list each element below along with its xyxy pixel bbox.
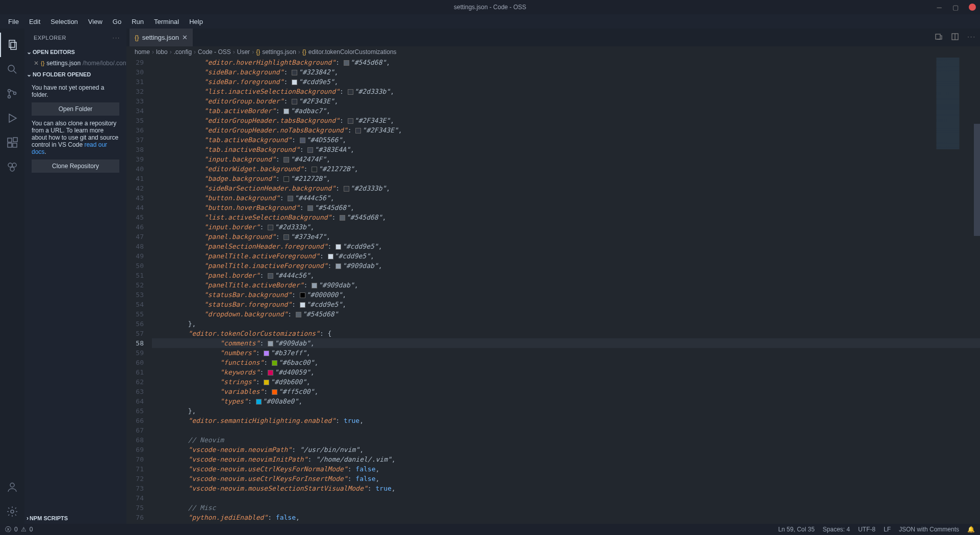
- code-line[interactable]: "list.inactiveSelectionBackground": "#2d…: [152, 87, 980, 96]
- clone-repository-button[interactable]: Clone Repository: [32, 159, 119, 173]
- code-line[interactable]: "tab.inactiveBackground": "#383E4A",: [152, 145, 980, 154]
- code-line[interactable]: "tab.activeBorder": "#adbac7",: [152, 106, 980, 116]
- code-line[interactable]: "tab.activeBackground": "#4D5566",: [152, 135, 980, 145]
- close-editor-icon[interactable]: ✕: [34, 60, 39, 67]
- extensions-icon[interactable]: [0, 130, 24, 155]
- menu-selection[interactable]: Selection: [45, 16, 83, 28]
- code-line[interactable]: "vscode-neovim.neovimInitPath": "/home/d…: [152, 454, 980, 464]
- accounts-icon[interactable]: [0, 475, 24, 499]
- code-line[interactable]: "input.border": "#2d333b",: [152, 222, 980, 232]
- code-line[interactable]: "editor.hoverHighlightBackground": "#545…: [152, 58, 980, 67]
- editor-body[interactable]: 2930313233343536373839404142434445464748…: [126, 58, 980, 524]
- code-line[interactable]: "keywords": "#d40059",: [152, 367, 980, 377]
- breadcrumb-segment[interactable]: home: [135, 48, 150, 56]
- menu-edit[interactable]: Edit: [24, 16, 45, 28]
- breadcrumb-segment[interactable]: editor.tokenColorCustomizations: [308, 48, 397, 56]
- maximize-icon[interactable]: ▢: [952, 4, 959, 10]
- code-line[interactable]: "panelTitle.activeBorder": "#909dab",: [152, 280, 980, 290]
- code-line[interactable]: "numbers": "#b37eff",: [152, 348, 980, 358]
- open-editor-item[interactable]: ✕ {} settings.json /home/lobo/.config/Co…: [24, 58, 126, 69]
- code-line[interactable]: "editorWidget.background": "#21272B",: [152, 164, 980, 174]
- breadcrumb-segment[interactable]: User: [237, 48, 250, 56]
- code-line[interactable]: "panelTitle.inactiveForeground": "#909da…: [152, 261, 980, 271]
- code-line[interactable]: "vscode-neovim.mouseSelectionStartVisual…: [152, 484, 980, 493]
- minimize-icon[interactable]: ─: [936, 4, 942, 10]
- more-icon[interactable]: ···: [113, 35, 120, 41]
- code-area[interactable]: "editor.hoverHighlightBackground": "#545…: [152, 58, 980, 524]
- code-line[interactable]: "editorGroupHeader.tabsBackground": "#2F…: [152, 116, 980, 125]
- code-line[interactable]: "editorGroupHeader.noTabsBackground": "#…: [152, 125, 980, 135]
- code-line[interactable]: "input.background": "#42474F",: [152, 154, 980, 164]
- vertical-scrollbar[interactable]: [974, 124, 980, 236]
- menu-terminal[interactable]: Terminal: [149, 16, 184, 28]
- npm-scripts-header[interactable]: › NPM SCRIPTS: [24, 513, 126, 524]
- code-line[interactable]: "panelTitle.activeForeground": "#cdd9e5"…: [152, 251, 980, 261]
- errors-icon[interactable]: ⓧ: [5, 525, 11, 534]
- eol[interactable]: LF: [884, 526, 891, 533]
- code-line[interactable]: "comments": "#909dab",: [152, 338, 980, 348]
- close-icon[interactable]: [969, 4, 976, 11]
- menu-run[interactable]: Run: [126, 16, 149, 28]
- menu-file[interactable]: File: [3, 16, 24, 28]
- explorer-icon[interactable]: [0, 33, 24, 57]
- more-actions-icon[interactable]: ···: [967, 33, 976, 42]
- menu-go[interactable]: Go: [108, 16, 126, 28]
- code-line[interactable]: "sideBar.foreground": "#cdd9e5",: [152, 77, 980, 87]
- errors-count[interactable]: 0: [14, 526, 18, 533]
- code-line[interactable]: "panelSectionHeader.foreground": "#cdd9e…: [152, 242, 980, 251]
- open-folder-button[interactable]: Open Folder: [32, 102, 119, 116]
- code-line[interactable]: "panel.background": "#373e47",: [152, 232, 980, 242]
- code-line[interactable]: "statusBar.foreground": "#cdd9e5",: [152, 300, 980, 309]
- code-line[interactable]: "panel.border": "#444c56",: [152, 271, 980, 280]
- minimap[interactable]: [927, 58, 973, 149]
- bell-icon[interactable]: 🔔: [967, 526, 975, 533]
- code-line[interactable]: [152, 493, 980, 503]
- search-icon[interactable]: [0, 57, 24, 82]
- no-folder-header[interactable]: ⌄ NO FOLDER OPENED: [24, 69, 126, 80]
- code-line[interactable]: },: [152, 319, 980, 329]
- run-debug-icon[interactable]: [0, 106, 24, 130]
- breadcrumb[interactable]: home › lobo › .config › Code - OSS › Use…: [126, 46, 980, 58]
- split-editor-icon[interactable]: [951, 33, 959, 42]
- breadcrumb-segment[interactable]: Code - OSS: [198, 48, 231, 56]
- indentation[interactable]: Spaces: 4: [823, 526, 850, 533]
- code-line[interactable]: "vscode-neovim.useCtrlKeysForInsertMode"…: [152, 474, 980, 484]
- code-line[interactable]: "editorGroup.border": "#2F343E",: [152, 96, 980, 106]
- code-line[interactable]: "button.background": "#444c56",: [152, 193, 980, 203]
- breadcrumb-segment[interactable]: settings.json: [262, 48, 296, 56]
- code-line[interactable]: "vscode-neovim.neovimPath": "/usr/bin/nv…: [152, 445, 980, 454]
- code-line[interactable]: "statusBar.background": "#000000",: [152, 290, 980, 300]
- close-tab-icon[interactable]: ✕: [182, 34, 188, 41]
- code-line[interactable]: "button.hoverBackground": "#545d68",: [152, 203, 980, 212]
- custom-view-icon[interactable]: [0, 155, 24, 179]
- menu-help[interactable]: Help: [184, 16, 208, 28]
- menu-view[interactable]: View: [83, 16, 108, 28]
- code-line[interactable]: "editor.tokenColorCustomizations": {: [152, 329, 980, 338]
- code-line[interactable]: },: [152, 406, 980, 416]
- warnings-icon[interactable]: ⚠: [21, 526, 27, 533]
- code-line[interactable]: "badge.background": "#21272B",: [152, 174, 980, 183]
- code-line[interactable]: // Neovim: [152, 435, 980, 445]
- code-line[interactable]: [152, 425, 980, 435]
- breadcrumb-segment[interactable]: lobo: [156, 48, 168, 56]
- language-mode[interactable]: JSON with Comments: [899, 526, 959, 533]
- line-col[interactable]: Ln 59, Col 35: [778, 526, 814, 533]
- warnings-count[interactable]: 0: [30, 526, 33, 533]
- code-line[interactable]: "functions": "#6bac00",: [152, 358, 980, 367]
- code-line[interactable]: "list.activeSelectionBackground": "#545d…: [152, 212, 980, 222]
- breadcrumb-segment[interactable]: .config: [174, 48, 192, 56]
- code-line[interactable]: "types": "#00a8e0",: [152, 396, 980, 406]
- code-line[interactable]: "sideBar.background": "#323842",: [152, 67, 980, 77]
- settings-gear-icon[interactable]: [0, 499, 24, 524]
- code-line[interactable]: "python.jediEnabled": false,: [152, 513, 980, 522]
- open-editors-header[interactable]: ⌄ OPEN EDITORS: [24, 46, 126, 58]
- code-line[interactable]: // Misc: [152, 503, 980, 513]
- source-control-icon[interactable]: [0, 82, 24, 106]
- code-line[interactable]: "sideBarSectionHeader.background": "#2d3…: [152, 183, 980, 193]
- code-line[interactable]: "dropdown.background": "#545d68": [152, 309, 980, 319]
- code-line[interactable]: "vscode-neovim.useCtrlKeysForNormalMode"…: [152, 464, 980, 474]
- tab-settings-json[interactable]: {} settings.json ✕: [130, 29, 193, 46]
- code-line[interactable]: "variables": "#ff5c00",: [152, 387, 980, 396]
- code-line[interactable]: "strings": "#d9b600",: [152, 377, 980, 387]
- encoding[interactable]: UTF-8: [858, 526, 875, 533]
